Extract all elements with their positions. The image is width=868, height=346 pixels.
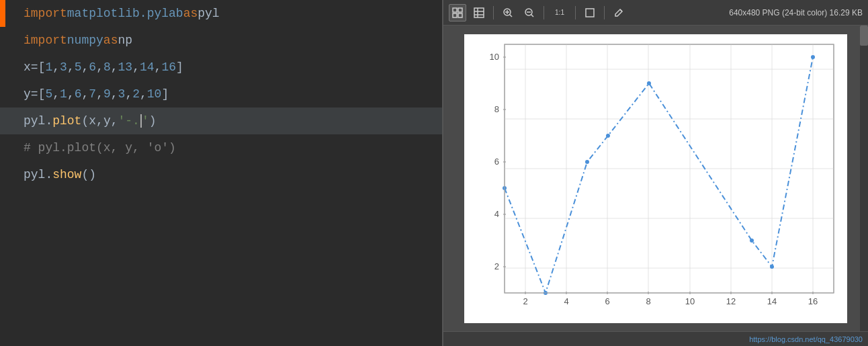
lib-matplotlib: matplotlib.pylab <box>67 0 183 27</box>
svg-text:10: 10 <box>490 52 499 62</box>
svg-text:6: 6 <box>494 157 499 167</box>
line-indicator-2 <box>0 27 5 54</box>
svg-text:4: 4 <box>494 209 499 219</box>
svg-text:4: 4 <box>564 296 568 306</box>
separator-2 <box>544 6 544 19</box>
zoom-in-button[interactable] <box>499 4 517 21</box>
image-content: 2 4 6 8 10 2 4 6 8 <box>443 26 868 331</box>
edit-button[interactable] <box>610 4 627 21</box>
status-bar: https://blog.csdn.net/qq_43679030 <box>443 331 868 346</box>
svg-line-9 <box>510 14 513 17</box>
func-plot: plot <box>52 107 81 134</box>
bracket-open-2: [ <box>38 81 46 107</box>
line-indicator-5 <box>0 107 5 134</box>
data-point-2 <box>585 160 589 164</box>
alias-pyl-3: pyl <box>24 161 45 188</box>
keyword-as: as <box>183 0 198 27</box>
svg-text:12: 12 <box>726 296 736 306</box>
svg-text:2: 2 <box>494 261 499 271</box>
code-panel: import matplotlib.pylab as pyl import nu… <box>0 0 443 346</box>
data-point-5 <box>750 239 754 243</box>
svg-rect-3 <box>458 13 462 17</box>
var-x: x <box>24 54 31 81</box>
image-toolbar: 1:1 640x480 PNG (24-bit color) 16.29 KB <box>443 0 868 26</box>
code-line-7: pyl.show() <box>0 161 442 188</box>
func-show: show <box>52 161 81 188</box>
line-indicator-4 <box>0 81 5 107</box>
lib-numpy: numpy <box>67 27 103 54</box>
svg-text:8: 8 <box>646 296 650 306</box>
svg-text:16: 16 <box>808 296 818 306</box>
alias-pyl: pyl <box>198 0 219 27</box>
alias-pyl-2: pyl <box>24 107 45 134</box>
svg-text:10: 10 <box>685 296 695 306</box>
actual-size-button[interactable]: 1:1 <box>550 4 570 21</box>
var-y: y <box>24 81 31 107</box>
line-indicator-3 <box>0 54 5 81</box>
grid-button[interactable] <box>449 4 466 21</box>
data-point-4 <box>647 81 651 85</box>
code-line-1: import matplotlib.pylab as pyl <box>0 0 442 27</box>
data-point-7 <box>811 55 815 59</box>
code-line-4: y = [5, 1, 6, 7, 9, 3, 2, 10] <box>0 81 442 107</box>
svg-line-16 <box>620 9 622 11</box>
plot-svg: 2 4 6 8 10 2 4 6 8 <box>464 34 847 323</box>
svg-rect-1 <box>458 8 462 12</box>
svg-rect-2 <box>453 13 457 17</box>
zoom-out-button[interactable] <box>521 4 538 21</box>
svg-line-13 <box>531 14 534 17</box>
separator-3 <box>575 6 576 19</box>
keyword-import: import <box>24 0 67 27</box>
fit-button[interactable] <box>581 4 599 21</box>
svg-text:8: 8 <box>494 104 499 114</box>
comment-line: # pyl.plot(x, y, 'o') <box>24 134 176 161</box>
svg-rect-4 <box>474 8 484 17</box>
equals-2: = <box>31 81 38 107</box>
scrollbar[interactable] <box>860 26 868 331</box>
svg-text:14: 14 <box>767 296 777 306</box>
equals-1: = <box>31 54 38 81</box>
data-point-3 <box>606 134 610 138</box>
svg-text:6: 6 <box>605 296 609 306</box>
svg-rect-0 <box>453 8 457 12</box>
line-indicator-7 <box>0 161 5 188</box>
status-url: https://blog.csdn.net/qq_43679030 <box>749 335 863 343</box>
code-line-2: import numpy as np <box>0 27 442 54</box>
plot-container: 2 4 6 8 10 2 4 6 8 <box>464 34 847 323</box>
bracket-open-1: [ <box>38 54 46 81</box>
separator-4 <box>604 6 605 19</box>
code-line-3: x = [1, 3, 5, 6, 8, 13, 14, 16] <box>0 54 442 81</box>
svg-rect-15 <box>586 9 594 17</box>
data-point-6 <box>770 265 774 269</box>
line-indicator-1 <box>0 0 5 27</box>
table-button[interactable] <box>470 4 488 21</box>
alias-np: np <box>118 27 132 54</box>
separator-1 <box>493 6 494 19</box>
line-indicator-6 <box>0 134 5 161</box>
image-info: 640x480 PNG (24-bit color) 16.29 KB <box>729 8 863 17</box>
keyword-as2: as <box>103 27 118 54</box>
scrollbar-thumb[interactable] <box>860 26 868 46</box>
keyword-import2: import <box>24 27 67 54</box>
code-line-6: # pyl.plot(x, y, 'o') <box>0 134 442 161</box>
svg-text:2: 2 <box>523 296 527 306</box>
image-panel: 1:1 640x480 PNG (24-bit color) 16.29 KB <box>443 0 868 346</box>
code-line-5: pyl.plot(x, y, '-.') <box>0 107 442 134</box>
